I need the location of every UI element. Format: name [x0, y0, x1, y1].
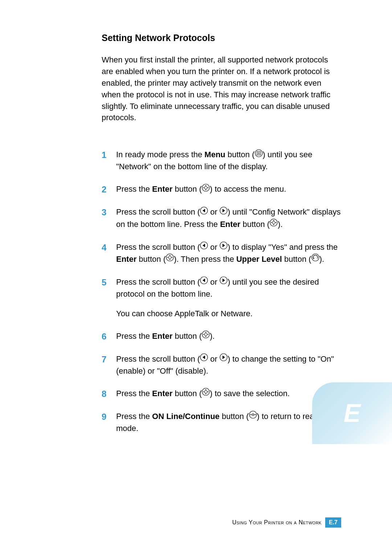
step-text: ) to access the menu.: [210, 184, 286, 194]
step-text: or: [208, 243, 220, 252]
section-heading: Setting Network Protocols: [102, 33, 341, 43]
enter-icon: [202, 387, 210, 399]
page-number-box: E.7: [325, 517, 341, 528]
page-content: Setting Network Protocols When you first…: [0, 0, 392, 434]
svg-marker-17: [313, 258, 314, 259]
enter-icon: [166, 253, 174, 265]
svg-marker-7: [203, 209, 205, 212]
online-icon: [249, 410, 257, 422]
step-5: Press the scroll button ( or ) until you…: [102, 276, 341, 320]
svg-marker-9: [222, 209, 225, 212]
upper-level-label: Upper Level: [236, 255, 282, 264]
upper-level-icon: [311, 253, 319, 265]
step-4: Press the scroll button ( or ) to displa…: [102, 241, 341, 265]
svg-marker-12: [203, 244, 205, 247]
step-2: Press the Enter button () to access the …: [102, 183, 341, 195]
step-text: ) to display "Yes" and press the: [228, 243, 338, 252]
step-text: Press the scroll button (: [116, 207, 200, 216]
step-text: Press the scroll button (: [116, 277, 200, 286]
step-text: ).: [210, 332, 215, 341]
step-text: Press the scroll button (: [116, 354, 200, 363]
step-text: button (: [240, 220, 270, 229]
step-1: In ready mode press the Menu button () u…: [102, 149, 341, 172]
enter-icon: [202, 330, 210, 342]
step-3: Press the scroll button ( or ) until "Co…: [102, 206, 341, 230]
step-text: Press the: [116, 389, 152, 398]
page-letter: E.: [329, 519, 334, 525]
enter-label: Enter: [152, 332, 172, 341]
step-text: or: [208, 277, 220, 286]
right-arrow-icon: [220, 353, 228, 365]
step-text: In ready mode press the: [116, 150, 204, 159]
step-8: Press the Enter button () to save the se…: [102, 388, 341, 400]
enter-label: Enter: [152, 184, 172, 194]
enter-icon: [270, 218, 278, 230]
svg-marker-19: [203, 278, 205, 282]
step-text: ).: [278, 220, 282, 229]
menu-label: Menu: [204, 150, 225, 159]
step-text: button (: [172, 332, 202, 341]
step-text: button (: [282, 255, 311, 264]
step-text: button (: [220, 412, 249, 421]
step-text: Press the: [116, 184, 152, 194]
menu-icon: [255, 149, 263, 160]
enter-label: Enter: [116, 255, 136, 264]
step-text: button (: [225, 150, 255, 159]
right-arrow-icon: [220, 206, 228, 218]
intro-paragraph: When you first install the printer, all …: [102, 54, 341, 123]
left-arrow-icon: [200, 353, 208, 365]
svg-marker-24: [203, 355, 205, 359]
step-text: ).: [319, 255, 324, 264]
svg-marker-14: [222, 244, 225, 247]
step-7: Press the scroll button ( or ) to change…: [102, 353, 341, 377]
step-text: ). Then press the: [174, 255, 236, 264]
step-9: Press the ON Line/Continue button () to …: [102, 411, 341, 434]
page-footer: Using Your Printer on a Network E.7: [232, 517, 341, 528]
step-text: button (: [136, 255, 166, 264]
online-label: ON Line/Continue: [152, 412, 220, 421]
svg-marker-34: [255, 414, 256, 415]
enter-label: Enter: [220, 220, 240, 229]
step-5-sub: You can choose AppleTalk or Netware.: [116, 308, 341, 320]
svg-point-30: [253, 414, 253, 415]
enter-icon: [202, 183, 210, 195]
svg-marker-21: [222, 278, 225, 282]
right-arrow-icon: [220, 241, 228, 253]
footer-title: Using Your Printer on a Network: [232, 519, 322, 526]
svg-marker-33: [250, 414, 251, 415]
left-arrow-icon: [200, 206, 208, 218]
right-arrow-icon: [220, 276, 228, 288]
step-text: Press the: [116, 412, 152, 421]
left-arrow-icon: [200, 241, 208, 253]
steps-list: In ready mode press the Menu button () u…: [102, 149, 341, 434]
page-number: 7: [334, 519, 338, 525]
step-text: button (: [172, 184, 202, 194]
step-text: ) to save the selection.: [210, 389, 290, 398]
step-text: Press the: [116, 332, 152, 341]
svg-marker-26: [222, 355, 225, 359]
step-text: or: [208, 354, 220, 363]
appendix-side-tab: E: [312, 382, 392, 444]
enter-label: Enter: [152, 389, 172, 398]
appendix-letter: E: [344, 399, 361, 428]
step-text: or: [208, 207, 220, 216]
left-arrow-icon: [200, 276, 208, 288]
step-text: Press the scroll button (: [116, 243, 200, 252]
step-6: Press the Enter button ().: [102, 330, 341, 342]
step-text: button (: [172, 389, 202, 398]
